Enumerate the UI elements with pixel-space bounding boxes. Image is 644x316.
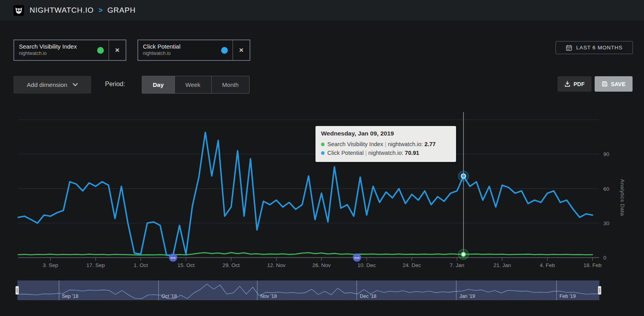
pdf-button-label: PDF [574, 81, 585, 87]
x-tick-label: 21. Jan [494, 262, 511, 268]
note-marker-dot [174, 257, 175, 258]
add-dimension-label: Add dimension [27, 81, 68, 88]
x-tick-label: 1. Oct [134, 262, 148, 268]
x-tick-label: 18. Feb [584, 262, 602, 268]
tooltip-date: Wednesday, Jan 09, 2019 [321, 130, 451, 137]
click-potential-line [18, 132, 593, 255]
breadcrumb-chevron-icon: > [98, 6, 103, 15]
chevron-down-icon [73, 83, 78, 87]
period-option-day[interactable]: Day [142, 76, 175, 93]
metric-title: Search Visibility Index [19, 43, 97, 50]
download-icon [565, 81, 570, 87]
timeline-navigator[interactable]: Sep '18Oct '18Nov '18Dec '18Jan '19Feb '… [17, 280, 599, 300]
y-tick-label: 30 [603, 220, 609, 226]
analytics-chart[interactable]: 3. Sep17. Sep1. Oct15. Oct29. Oct12. Nov… [0, 107, 644, 276]
x-tick-label: 15. Oct [177, 262, 195, 268]
series-color-dot-green [97, 47, 104, 54]
x-tick-label: 26. Nov [312, 262, 331, 268]
navigator-month-label: Oct '18 [161, 293, 177, 299]
metric-card-click-potential[interactable]: Click Potential nightwatch.io × [137, 40, 250, 61]
navigator-month-label: Jan '19 [459, 293, 475, 299]
save-button[interactable]: SAVE [595, 76, 633, 92]
remove-metric-button[interactable]: × [109, 40, 126, 60]
x-tick-label: 7. Jan [450, 262, 464, 268]
navigator-month-gridline [257, 280, 257, 300]
tooltip-bullet-icon [321, 143, 325, 146]
date-range-button[interactable]: LAST 6 MONTHS [556, 41, 633, 54]
remove-metric-button[interactable]: × [233, 40, 250, 60]
y-tick-label: 90 [603, 151, 609, 157]
x-tick-label: 3. Sep [43, 262, 58, 268]
x-tick-label: 17. Sep [86, 262, 105, 268]
navigator-month-gridline [59, 280, 59, 300]
navigator-month-gridline [456, 280, 456, 300]
period-option-month[interactable]: Month [212, 76, 250, 93]
navigator-month-label: Dec '18 [360, 293, 376, 299]
series-color-dot-blue [221, 47, 228, 54]
nightwatch-owl-logo-icon [13, 5, 24, 16]
x-tick-label: 29. Oct [223, 262, 240, 268]
tooltip-row: Click Potential|nightwatch.io: 70.91 [321, 149, 451, 157]
navigator-month-label: Sep '18 [62, 293, 79, 299]
save-button-label: SAVE [611, 81, 625, 87]
floppy-disk-icon [602, 81, 608, 87]
metric-title: Click Potential [143, 43, 221, 50]
note-marker-dot [356, 257, 357, 258]
metric-card-meta: Click Potential nightwatch.io [138, 40, 221, 60]
highlight-point-click-potential[interactable] [461, 174, 466, 178]
x-tick-label: 10. Dec [357, 262, 376, 268]
navigator-month-gridline [357, 280, 357, 300]
navigator-left-handle[interactable] [15, 286, 19, 295]
add-dimension-dropdown[interactable]: Add dimension [13, 76, 91, 94]
navigator-month-label: Nov '18 [260, 293, 277, 299]
metric-card-search-visibility[interactable]: Search Visibility Index nightwatch.io × [13, 40, 126, 61]
highlight-point-search-visibility[interactable] [461, 252, 466, 256]
x-tick-label: 4. Feb [540, 262, 555, 268]
calendar-icon [566, 45, 572, 51]
page-title: GRAPH [107, 6, 136, 15]
note-marker-dot [358, 257, 359, 258]
note-marker-dot [171, 257, 172, 258]
note-marker-dot [355, 257, 356, 258]
note-marker-dot [173, 257, 174, 258]
date-range-label: LAST 6 MONTHS [576, 45, 622, 51]
y-tick-label: 0 [603, 255, 606, 261]
period-label: Period: [105, 81, 125, 88]
period-option-week[interactable]: Week [175, 76, 212, 93]
navigator-mini-chart [17, 280, 599, 300]
metric-source: nightwatch.io [143, 51, 221, 56]
nightwatch-graph-page: { "topbar": {"brand": "NIGHTWATCH.IO", "… [0, 0, 644, 316]
search-visibility-line [18, 253, 593, 255]
period-segmented-control: Day Week Month [142, 76, 250, 94]
x-tick-label: 24. Dec [403, 262, 421, 268]
tooltip-rows: Search Visibility Index|nightwatch.io: 2… [321, 140, 451, 157]
brand-name[interactable]: NIGHTWATCH.IO [30, 6, 94, 15]
navigator-line [17, 284, 599, 299]
navigator-right-handle[interactable] [598, 286, 601, 295]
x-tick-label: 12. Nov [267, 262, 286, 268]
navigator-month-gridline [158, 280, 159, 300]
tooltip-bullet-icon [321, 151, 325, 155]
metric-card-meta: Search Visibility Index nightwatch.io [14, 40, 97, 60]
y-tick-label: 60 [603, 186, 609, 192]
metric-source: nightwatch.io [19, 51, 97, 56]
export-pdf-button[interactable]: PDF [558, 76, 591, 92]
navigator-month-gridline [556, 280, 557, 300]
navigator-month-label: Feb '19 [560, 293, 576, 299]
chart-tooltip: Wednesday, Jan 09, 2019 Search Visibilit… [315, 126, 456, 162]
tooltip-row: Search Visibility Index|nightwatch.io: 2… [321, 140, 451, 149]
top-navigation-bar: NIGHTWATCH.IO > GRAPH [0, 0, 644, 21]
